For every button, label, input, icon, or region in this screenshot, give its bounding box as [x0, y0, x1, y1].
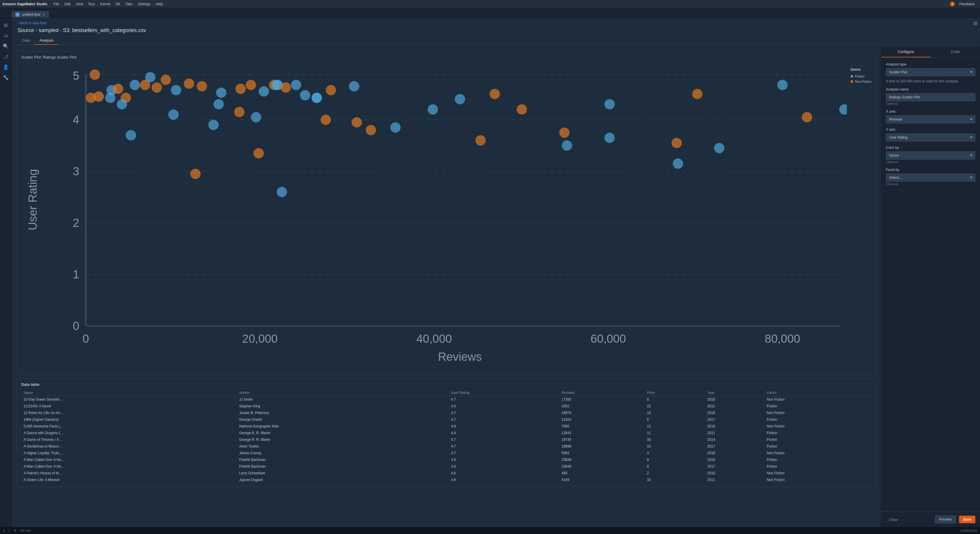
- fiction-label: Fiction: [855, 75, 864, 78]
- table-cell: 19735: [559, 436, 644, 443]
- svg-point-71: [151, 83, 162, 92]
- color-by-select[interactable]: Genre: [886, 151, 975, 160]
- menu-settings[interactable]: Settings: [135, 2, 153, 7]
- svg-point-31: [312, 92, 321, 103]
- analysis-type-label: Analysis type: [886, 62, 975, 67]
- table-cell: 21424: [559, 416, 644, 423]
- menu-tabs[interactable]: Tabs: [123, 2, 135, 7]
- svg-text:3: 3: [73, 165, 79, 178]
- table-cell: 2: [645, 470, 705, 476]
- file-tab[interactable]: ~ untitled.flow ×: [12, 11, 49, 18]
- x-axis-select[interactable]: Reviews: [886, 115, 975, 124]
- sidebar-icon-home[interactable]: ⊞: [1, 21, 11, 30]
- y-axis-label: Y axis: [886, 127, 975, 132]
- back-link[interactable]: ‹ Back to data flow: [18, 21, 974, 25]
- legend-item-fiction: Fiction: [850, 75, 871, 78]
- table-cell: 2010: [705, 470, 764, 476]
- facet-by-optional: Optional: [886, 182, 975, 186]
- preview-button[interactable]: Preview: [935, 515, 956, 523]
- menu-file[interactable]: File: [51, 2, 62, 7]
- back-link-label: Back to data flow: [20, 21, 46, 25]
- facet-by-select[interactable]: Select...: [886, 173, 975, 182]
- page-header: ‹ Back to data flow Source - sampled · S…: [12, 18, 980, 46]
- content-area: ‹ Back to data flow Source - sampled · S…: [12, 18, 980, 527]
- table-cell: 12 Rules for Life: An An...: [21, 409, 237, 416]
- fiction-legend-dot: [850, 75, 853, 78]
- table-cell: A Man Called Ove: A No...: [21, 463, 237, 470]
- svg-text:0: 0: [73, 319, 79, 332]
- tab-label: untitled.flow: [22, 13, 40, 17]
- sidebar-icon-tools[interactable]: 🔧: [1, 73, 11, 82]
- table-cell: 4.6: [449, 403, 559, 409]
- svg-point-39: [320, 115, 331, 125]
- save-button[interactable]: Save: [959, 516, 975, 523]
- table-cell: 4149: [559, 476, 644, 483]
- table-row: A Stolen Life: A MemoirJaycee Dugard4.64…: [21, 476, 871, 483]
- svg-text:2: 2: [73, 216, 79, 229]
- sidebar-icon-search[interactable]: 🔍: [1, 41, 11, 51]
- feedback-button[interactable]: Feedback: [956, 2, 978, 7]
- svg-point-64: [839, 104, 847, 114]
- table-cell: A Stolen Life: A Memoir: [21, 476, 237, 483]
- tab-data[interactable]: Data: [18, 37, 35, 45]
- menu-edit[interactable]: Edit: [62, 2, 73, 7]
- table-cell: George R. R. Martin: [237, 436, 449, 443]
- sidebar-icon-files[interactable]: 🗂: [1, 31, 11, 40]
- scroll-content: Scatter Plot: Ratings Scatter Plot 0 1 2: [12, 46, 980, 527]
- table-cell: 23848: [559, 463, 644, 470]
- page-tabs: Data Analysis: [18, 37, 974, 45]
- svg-point-49: [90, 70, 100, 80]
- col-name: Name: [21, 389, 237, 396]
- config-tab-configure[interactable]: Configure: [881, 46, 931, 57]
- tab-icon: ~: [16, 13, 19, 17]
- menu-help[interactable]: Help: [154, 2, 165, 7]
- svg-point-34: [428, 104, 438, 114]
- table-cell: 5983: [559, 450, 644, 456]
- analysis-type-select[interactable]: Scatter Plot: [886, 68, 975, 76]
- svg-point-79: [326, 85, 336, 95]
- table-cell: 2018: [705, 409, 764, 416]
- svg-point-21: [246, 80, 256, 90]
- table-cell: Fiction: [764, 416, 871, 423]
- table-cell: Jordan B. Peterson: [237, 409, 449, 416]
- table-cell: Fiction: [764, 443, 871, 450]
- table-cell: 18979: [559, 409, 644, 416]
- sidebar-icon-user[interactable]: 👤: [1, 62, 11, 72]
- svg-text:User Rating: User Rating: [26, 169, 39, 230]
- menu-git[interactable]: Git: [113, 2, 123, 7]
- table-cell: 2011: [705, 476, 764, 483]
- back-chevron-icon: ‹: [18, 21, 19, 25]
- table-cell: 12643: [559, 429, 644, 436]
- svg-point-57: [352, 117, 362, 127]
- svg-point-76: [259, 86, 269, 96]
- table-cell: 12: [645, 423, 705, 429]
- gear-status-icon[interactable]: ⚙: [14, 529, 17, 532]
- table-cell: 6: [645, 416, 705, 423]
- table-cell: Fredrik Backman: [237, 463, 449, 470]
- sidebar-icon-git[interactable]: ⎇: [1, 52, 11, 61]
- menu-kernel[interactable]: Kernel: [98, 2, 113, 7]
- svg-point-78: [300, 90, 310, 100]
- clear-button[interactable]: Clear: [886, 516, 901, 523]
- svg-point-61: [671, 138, 682, 148]
- limit-info: A limit of 100,000 rows is used for this…: [886, 79, 975, 83]
- config-footer: Clear Preview Save: [881, 512, 980, 527]
- analysis-name-input[interactable]: [886, 93, 975, 101]
- col-author: Author: [237, 389, 449, 396]
- y-axis-select[interactable]: User Rating: [886, 134, 975, 141]
- svg-point-55: [234, 107, 244, 117]
- menu-run[interactable]: Run: [86, 2, 97, 7]
- svg-point-26: [213, 99, 224, 109]
- table-cell: 5,000 Awesome Facts (...: [21, 423, 237, 429]
- main-layout: ⚙ ⊞ 🗂 🔍 ⎇ 👤 🔧 ‹ Back to data flow Source…: [0, 18, 980, 527]
- menu-view[interactable]: View: [73, 2, 86, 7]
- table-cell: 2018: [705, 450, 764, 456]
- tab-close-icon[interactable]: ×: [43, 13, 45, 17]
- tab-analysis[interactable]: Analysis: [35, 37, 58, 45]
- table-row: A Gentleman in Mosco...Amor Towles4.7196…: [21, 443, 871, 450]
- table-row: A Game of Thrones / A ...George R. R. Ma…: [21, 436, 871, 443]
- config-tab-code[interactable]: Code: [931, 46, 980, 57]
- table-cell: 19699: [559, 443, 644, 450]
- table-cell: 2017: [705, 463, 764, 470]
- gear-icon[interactable]: ⚙: [973, 21, 978, 27]
